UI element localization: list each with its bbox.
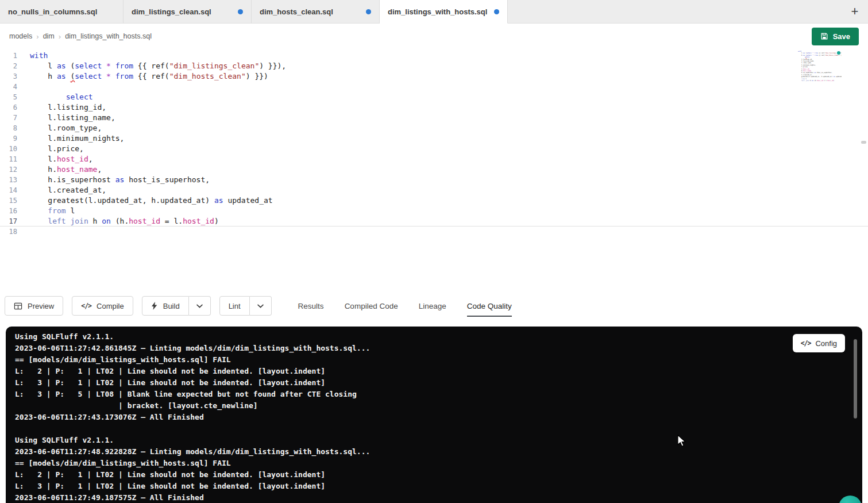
tab-label: dim_hosts_clean.sql xyxy=(260,7,333,16)
panel-tab-compiled-code[interactable]: Compiled Code xyxy=(345,293,398,318)
build-dropdown-button[interactable] xyxy=(189,296,211,316)
build-button-group: Build xyxy=(142,296,211,316)
code-line[interactable]: 2 l as (select * from {{ ref("dim_listin… xyxy=(0,61,868,71)
code-line[interactable]: 13 h.is_superhost as host_is_superhost, xyxy=(0,175,868,185)
code-text: from l xyxy=(30,206,75,216)
config-button[interactable]: </> Config xyxy=(793,334,845,352)
code-line[interactable]: 15 greatest(l.updated_at, h.updated_at) … xyxy=(0,195,868,206)
line-number: 1 xyxy=(0,51,17,61)
code-text: select xyxy=(30,92,93,102)
panel-tab-results[interactable]: Results xyxy=(298,293,324,318)
chevron-down-icon xyxy=(196,304,203,308)
open-file-tabs: no_nulls_in_columns.sqldim_listings_clea… xyxy=(0,0,508,23)
build-button[interactable]: Build xyxy=(142,296,189,316)
minimap-marker xyxy=(837,51,840,55)
code-text: l.room_type, xyxy=(30,123,102,133)
panel-tab-lineage[interactable]: Lineage xyxy=(419,293,446,318)
save-button[interactable]: Save xyxy=(812,28,859,45)
editor-tab[interactable]: dim_listings_with_hosts.sql xyxy=(380,0,508,24)
breadcrumb-item: dim_listings_with_hosts.sql xyxy=(65,32,152,40)
code-editor[interactable]: 1with2 l as (select * from {{ ref("dim_l… xyxy=(0,49,868,293)
code-line[interactable]: 11 l.host_id, xyxy=(0,154,868,164)
code-line[interactable]: 14 l.created_at, xyxy=(0,185,868,195)
code-text: l.created_at, xyxy=(30,185,106,195)
code-line[interactable]: 4 xyxy=(0,82,868,92)
line-number: 7 xyxy=(0,113,17,123)
breadcrumb-separator-icon: › xyxy=(59,32,61,41)
editor-tab[interactable]: dim_hosts_clean.sql xyxy=(252,0,380,24)
code-line[interactable]: 17 left join h on (h.host_id = l.host_id… xyxy=(0,216,868,226)
line-number: 12 xyxy=(0,164,17,175)
line-number: 6 xyxy=(0,102,17,113)
lint-dropdown-button[interactable] xyxy=(250,296,272,316)
save-label: Save xyxy=(833,32,850,41)
line-number: 17 xyxy=(0,216,17,226)
code-text: l.listing_name, xyxy=(30,113,115,123)
code-text: left join h on (h.host_id = l.host_id) xyxy=(30,216,219,226)
line-number: 15 xyxy=(0,195,17,206)
terminal-scrollbar[interactable] xyxy=(854,339,857,418)
save-icon xyxy=(820,32,828,40)
line-number: 18 xyxy=(0,226,17,237)
compile-button[interactable]: </> Compile xyxy=(72,296,133,316)
line-number: 2 xyxy=(0,61,17,71)
table-icon xyxy=(14,302,22,310)
minimap-line: left join h on (h.host_id = l.host_id) xyxy=(798,80,842,82)
line-number: 14 xyxy=(0,185,17,195)
code-text: with xyxy=(30,51,48,61)
terminal-output: Using SQLFluff v2.1.1. 2023-06-06T11:27:… xyxy=(15,331,853,503)
breadcrumb: models›dim›dim_listings_with_hosts.sql xyxy=(9,32,152,41)
breadcrumb-item[interactable]: models xyxy=(9,32,32,40)
line-number: 16 xyxy=(0,206,17,216)
code-text: l.listing_id, xyxy=(30,102,106,113)
unsaved-dot-icon xyxy=(494,9,499,14)
editor-tab[interactable]: dim_listings_clean.sql xyxy=(124,0,252,24)
code-text: l.host_id, xyxy=(30,154,93,164)
code-icon: </> xyxy=(801,339,811,347)
compile-label: Compile xyxy=(97,302,124,310)
code-icon: </> xyxy=(81,302,91,310)
code-line[interactable]: 5 select xyxy=(0,92,868,102)
code-text: l as (select * from {{ ref("dim_listings… xyxy=(30,61,286,71)
code-line[interactable]: 6 l.listing_id, xyxy=(0,102,868,113)
action-toolbar: Preview </> Compile Build xyxy=(0,293,868,318)
lightning-icon xyxy=(151,302,158,310)
unsaved-dot-icon xyxy=(366,9,371,14)
code-text: greatest(l.updated_at, h.updated_at) as … xyxy=(30,195,273,206)
file-header: models›dim›dim_listings_with_hosts.sql S… xyxy=(0,24,868,49)
minimap-content: with l as (select * from {{ ref("dim_lis… xyxy=(798,51,842,82)
editor-tab-bar: no_nulls_in_columns.sqldim_listings_clea… xyxy=(0,0,868,24)
code-line[interactable]: 1with xyxy=(0,51,868,61)
lint-button[interactable]: Lint xyxy=(219,296,250,316)
code-line[interactable]: 16 from l xyxy=(0,206,868,216)
preview-label: Preview xyxy=(28,302,54,310)
config-label: Config xyxy=(815,339,837,348)
minimap[interactable]: with l as (select * from {{ ref("dim_lis… xyxy=(798,51,842,89)
code-lines: 1with2 l as (select * from {{ ref("dim_l… xyxy=(0,51,868,237)
panel-tab-code-quality[interactable]: Code Quality xyxy=(467,293,512,318)
breadcrumb-item[interactable]: dim xyxy=(43,32,55,40)
code-text: h.host_name, xyxy=(30,164,102,175)
tab-label: dim_listings_with_hosts.sql xyxy=(388,7,487,16)
code-line[interactable]: 10 l.price, xyxy=(0,144,868,154)
code-text: l.price, xyxy=(30,144,84,154)
lint-output-panel[interactable]: Using SQLFluff v2.1.1. 2023-06-06T11:27:… xyxy=(6,327,862,503)
code-line[interactable]: 18 xyxy=(0,226,868,237)
new-tab-button[interactable]: + xyxy=(842,0,868,23)
line-number: 5 xyxy=(0,92,17,102)
code-line[interactable]: 7 l.listing_name, xyxy=(0,113,868,123)
code-line[interactable]: 12 h.host_name, xyxy=(0,164,868,175)
line-number: 13 xyxy=(0,175,17,185)
editor-scrollbar[interactable] xyxy=(861,141,866,144)
breadcrumb-separator-icon: › xyxy=(36,32,38,41)
code-text: h.is_superhost as host_is_superhost, xyxy=(30,175,210,185)
code-line[interactable]: 3 h as (select * from {{ ref("dim_hosts_… xyxy=(0,71,868,82)
lint-label: Lint xyxy=(229,302,241,310)
code-line[interactable]: 8 l.room_type, xyxy=(0,123,868,133)
dbt-ide-window: no_nulls_in_columns.sqldim_listings_clea… xyxy=(0,0,868,503)
preview-button[interactable]: Preview xyxy=(5,296,63,316)
tab-label: dim_listings_clean.sql xyxy=(132,7,211,16)
line-number: 11 xyxy=(0,154,17,164)
editor-tab[interactable]: no_nulls_in_columns.sql xyxy=(0,0,124,24)
code-line[interactable]: 9 l.minimum_nights, xyxy=(0,133,868,144)
